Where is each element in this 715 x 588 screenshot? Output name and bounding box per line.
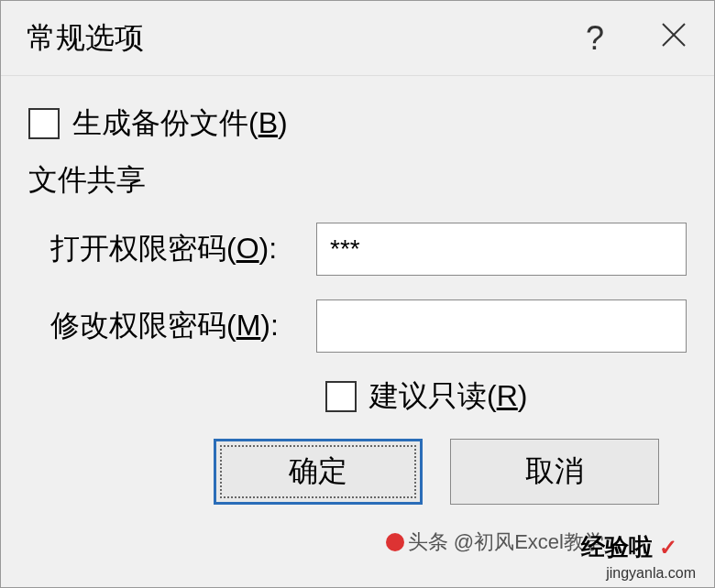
title-controls: ?	[586, 19, 688, 58]
open-password-row: 打开权限密码(O):	[28, 223, 687, 276]
watermark-brand: 经验啦 ✓	[581, 531, 677, 563]
readonly-checkbox[interactable]	[325, 381, 357, 412]
modify-password-input[interactable]	[316, 299, 687, 353]
ok-button[interactable]: 确定	[214, 439, 423, 505]
watermark-icon	[386, 533, 404, 551]
modify-password-row: 修改权限密码(M):	[28, 299, 687, 353]
open-password-input[interactable]	[316, 223, 687, 276]
file-sharing-section-label: 文件共享	[28, 160, 687, 201]
button-row: 确定 取消	[28, 439, 687, 505]
modify-password-label: 修改权限密码(M):	[50, 306, 316, 346]
help-icon[interactable]: ?	[586, 19, 604, 58]
watermark: 头条 @初风Excel教学	[386, 528, 604, 556]
watermark-text: 头条 @初风Excel教学	[408, 528, 604, 556]
readonly-checkbox-label: 建议只读(R)	[369, 376, 527, 417]
watermark-url: jingyanla.com	[606, 565, 696, 582]
dialog-content: 生成备份文件(B) 文件共享 打开权限密码(O): 修改权限密码(M): 建议只…	[1, 76, 714, 505]
general-options-dialog: 常规选项 ? 生成备份文件(B) 文件共享 打开权限密码(O): 修改权限密码(…	[0, 0, 715, 588]
readonly-checkbox-row: 建议只读(R)	[325, 376, 687, 417]
backup-checkbox-label: 生成备份文件(B)	[72, 103, 288, 144]
checkmark-icon: ✓	[659, 535, 677, 560]
cancel-button[interactable]: 取消	[450, 439, 659, 505]
backup-checkbox-row: 生成备份文件(B)	[28, 103, 687, 144]
open-password-label: 打开权限密码(O):	[50, 229, 316, 269]
backup-checkbox[interactable]	[28, 108, 60, 139]
title-bar: 常规选项 ?	[1, 1, 714, 76]
close-icon[interactable]	[659, 19, 688, 58]
dialog-title: 常规选项	[27, 18, 144, 59]
